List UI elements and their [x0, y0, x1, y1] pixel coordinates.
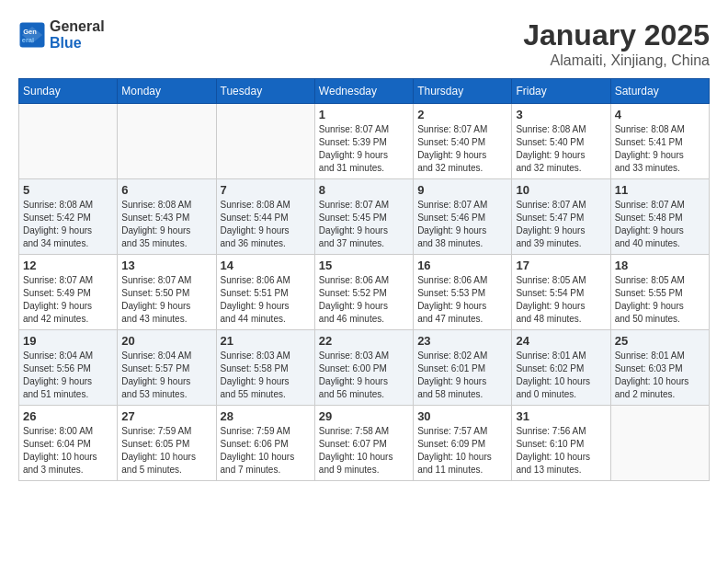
weekday-header-sunday: Sunday	[19, 79, 118, 104]
day-info: Sunrise: 8:07 AM Sunset: 5:49 PM Dayligh…	[23, 274, 113, 326]
calendar-cell: 30Sunrise: 7:57 AM Sunset: 6:09 PM Dayli…	[414, 406, 512, 481]
calendar-cell: 29Sunrise: 7:58 AM Sunset: 6:07 PM Dayli…	[314, 406, 413, 481]
calendar-cell: 8Sunrise: 8:07 AM Sunset: 5:45 PM Daylig…	[314, 179, 413, 255]
calendar-cell: 19Sunrise: 8:04 AM Sunset: 5:56 PM Dayli…	[19, 330, 118, 406]
day-info: Sunrise: 8:05 AM Sunset: 5:54 PM Dayligh…	[516, 274, 606, 326]
weekday-header-friday: Friday	[512, 79, 610, 104]
day-info: Sunrise: 8:07 AM Sunset: 5:40 PM Dayligh…	[417, 123, 507, 175]
weekday-header-monday: Monday	[118, 79, 216, 104]
day-info: Sunrise: 8:07 AM Sunset: 5:50 PM Dayligh…	[121, 274, 211, 326]
day-number: 19	[23, 334, 113, 348]
day-number: 31	[516, 409, 606, 423]
day-number: 27	[121, 409, 211, 423]
calendar-cell: 7Sunrise: 8:08 AM Sunset: 5:44 PM Daylig…	[216, 179, 314, 255]
calendar-cell: 26Sunrise: 8:00 AM Sunset: 6:04 PM Dayli…	[19, 406, 118, 481]
day-info: Sunrise: 8:08 AM Sunset: 5:43 PM Dayligh…	[121, 199, 211, 250]
weekday-header-tuesday: Tuesday	[216, 79, 314, 104]
day-number: 13	[121, 259, 211, 272]
calendar-cell: 27Sunrise: 7:59 AM Sunset: 6:05 PM Dayli…	[118, 406, 216, 481]
calendar-cell	[118, 104, 216, 179]
day-info: Sunrise: 8:07 AM Sunset: 5:45 PM Dayligh…	[319, 199, 409, 250]
calendar-cell: 21Sunrise: 8:03 AM Sunset: 5:58 PM Dayli…	[216, 330, 314, 406]
location-subtitle: Alamaiti, Xinjiang, China	[523, 52, 710, 69]
calendar-cell: 2Sunrise: 8:07 AM Sunset: 5:40 PM Daylig…	[414, 104, 512, 179]
svg-text:Gen: Gen	[23, 27, 37, 35]
day-number: 10	[516, 183, 606, 197]
calendar-cell: 12Sunrise: 8:07 AM Sunset: 5:49 PM Dayli…	[19, 255, 118, 330]
day-number: 17	[516, 259, 606, 272]
logo-general: General	[50, 18, 105, 35]
calendar-cell: 24Sunrise: 8:01 AM Sunset: 6:02 PM Dayli…	[512, 330, 610, 406]
calendar-cell	[216, 104, 314, 179]
calendar-week-row: 19Sunrise: 8:04 AM Sunset: 5:56 PM Dayli…	[19, 330, 710, 406]
day-info: Sunrise: 8:07 AM Sunset: 5:46 PM Dayligh…	[417, 199, 507, 250]
calendar-cell: 6Sunrise: 8:08 AM Sunset: 5:43 PM Daylig…	[118, 179, 216, 255]
day-number: 7	[221, 183, 311, 197]
day-number: 29	[319, 409, 409, 423]
logo-icon: Gen eral	[18, 21, 46, 49]
calendar-table: SundayMondayTuesdayWednesdayThursdayFrid…	[18, 78, 710, 481]
day-info: Sunrise: 7:59 AM Sunset: 6:06 PM Dayligh…	[221, 425, 311, 477]
calendar-week-row: 12Sunrise: 8:07 AM Sunset: 5:49 PM Dayli…	[19, 255, 710, 330]
day-info: Sunrise: 8:08 AM Sunset: 5:44 PM Dayligh…	[221, 199, 311, 250]
day-info: Sunrise: 7:58 AM Sunset: 6:07 PM Dayligh…	[319, 425, 409, 477]
day-info: Sunrise: 8:01 AM Sunset: 6:02 PM Dayligh…	[516, 350, 606, 401]
day-number: 11	[615, 183, 705, 197]
day-info: Sunrise: 8:01 AM Sunset: 6:03 PM Dayligh…	[615, 350, 705, 401]
day-info: Sunrise: 8:08 AM Sunset: 5:42 PM Dayligh…	[23, 199, 113, 250]
day-info: Sunrise: 7:59 AM Sunset: 6:05 PM Dayligh…	[121, 425, 211, 477]
day-info: Sunrise: 8:06 AM Sunset: 5:52 PM Dayligh…	[319, 274, 409, 326]
day-number: 2	[417, 108, 507, 121]
day-number: 3	[516, 108, 606, 121]
calendar-cell: 1Sunrise: 8:07 AM Sunset: 5:39 PM Daylig…	[314, 104, 413, 179]
calendar-cell: 17Sunrise: 8:05 AM Sunset: 5:54 PM Dayli…	[512, 255, 610, 330]
day-number: 5	[23, 183, 113, 197]
weekday-header-row: SundayMondayTuesdayWednesdayThursdayFrid…	[19, 79, 710, 104]
calendar-cell: 10Sunrise: 8:07 AM Sunset: 5:47 PM Dayli…	[512, 179, 610, 255]
day-number: 6	[121, 183, 211, 197]
calendar-cell: 23Sunrise: 8:02 AM Sunset: 6:01 PM Dayli…	[414, 330, 512, 406]
calendar-cell: 5Sunrise: 8:08 AM Sunset: 5:42 PM Daylig…	[19, 179, 118, 255]
calendar-cell: 15Sunrise: 8:06 AM Sunset: 5:52 PM Dayli…	[314, 255, 413, 330]
day-info: Sunrise: 8:07 AM Sunset: 5:48 PM Dayligh…	[615, 199, 705, 250]
calendar-week-row: 1Sunrise: 8:07 AM Sunset: 5:39 PM Daylig…	[19, 104, 710, 179]
day-info: Sunrise: 8:04 AM Sunset: 5:56 PM Dayligh…	[23, 350, 113, 401]
calendar-cell: 13Sunrise: 8:07 AM Sunset: 5:50 PM Dayli…	[118, 255, 216, 330]
day-number: 28	[221, 409, 311, 423]
calendar-cell: 18Sunrise: 8:05 AM Sunset: 5:55 PM Dayli…	[610, 255, 709, 330]
day-number: 22	[319, 334, 409, 348]
day-info: Sunrise: 8:07 AM Sunset: 5:39 PM Dayligh…	[319, 123, 409, 175]
day-info: Sunrise: 8:04 AM Sunset: 5:57 PM Dayligh…	[121, 350, 211, 401]
calendar-cell	[19, 104, 118, 179]
logo: Gen eral General Blue	[18, 18, 105, 51]
weekday-header-wednesday: Wednesday	[314, 79, 413, 104]
calendar-cell: 25Sunrise: 8:01 AM Sunset: 6:03 PM Dayli…	[610, 330, 709, 406]
day-number: 1	[319, 108, 409, 121]
calendar-cell: 28Sunrise: 7:59 AM Sunset: 6:06 PM Dayli…	[216, 406, 314, 481]
month-title: January 2025	[523, 18, 710, 52]
day-number: 21	[221, 334, 311, 348]
day-info: Sunrise: 8:03 AM Sunset: 5:58 PM Dayligh…	[221, 350, 311, 401]
day-number: 24	[516, 334, 606, 348]
day-info: Sunrise: 8:06 AM Sunset: 5:51 PM Dayligh…	[221, 274, 311, 326]
day-info: Sunrise: 8:02 AM Sunset: 6:01 PM Dayligh…	[417, 350, 507, 401]
day-info: Sunrise: 8:07 AM Sunset: 5:47 PM Dayligh…	[516, 199, 606, 250]
calendar-cell: 16Sunrise: 8:06 AM Sunset: 5:53 PM Dayli…	[414, 255, 512, 330]
day-number: 26	[23, 409, 113, 423]
day-number: 25	[615, 334, 705, 348]
day-number: 9	[417, 183, 507, 197]
calendar-cell: 11Sunrise: 8:07 AM Sunset: 5:48 PM Dayli…	[610, 179, 709, 255]
day-number: 30	[417, 409, 507, 423]
day-number: 23	[417, 334, 507, 348]
day-info: Sunrise: 8:05 AM Sunset: 5:55 PM Dayligh…	[615, 274, 705, 326]
title-block: January 2025 Alamaiti, Xinjiang, China	[523, 18, 710, 69]
day-number: 4	[615, 108, 705, 121]
day-number: 14	[221, 259, 311, 272]
day-number: 18	[615, 259, 705, 272]
day-number: 15	[319, 259, 409, 272]
day-number: 12	[23, 259, 113, 272]
day-info: Sunrise: 7:57 AM Sunset: 6:09 PM Dayligh…	[417, 425, 507, 477]
calendar-cell: 22Sunrise: 8:03 AM Sunset: 6:00 PM Dayli…	[314, 330, 413, 406]
calendar-cell: 3Sunrise: 8:08 AM Sunset: 5:40 PM Daylig…	[512, 104, 610, 179]
calendar-cell: 4Sunrise: 8:08 AM Sunset: 5:41 PM Daylig…	[610, 104, 709, 179]
